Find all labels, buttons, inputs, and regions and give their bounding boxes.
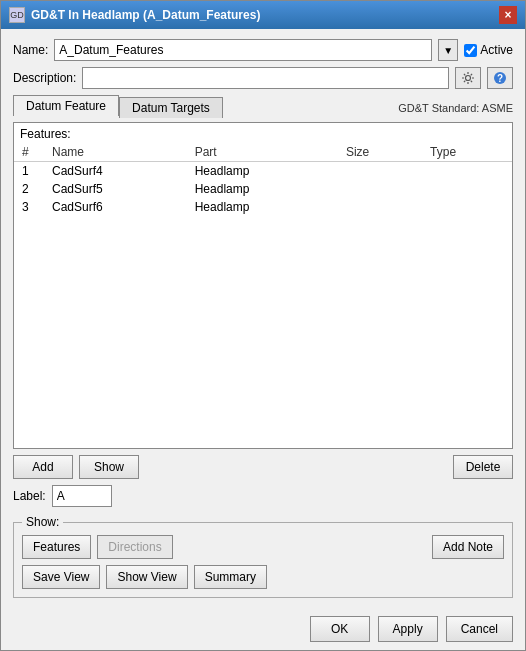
save-view-button[interactable]: Save View (22, 565, 100, 589)
svg-text:?: ? (497, 73, 503, 84)
cell-num: 1 (14, 162, 44, 181)
name-label: Name: (13, 43, 48, 57)
add-note-button[interactable]: Add Note (432, 535, 504, 559)
features-section: Features: # Name Part Size Type 1CadSurf… (13, 122, 513, 449)
gdt-standard-label: GD&T Standard: ASME (398, 102, 513, 116)
features-label: Features: (14, 123, 512, 143)
description-row: Description: ? (13, 67, 513, 89)
col-num: # (14, 143, 44, 162)
title-bar: GD GD&T In Headlamp (A_Datum_Features) × (1, 1, 525, 29)
show-feature-button[interactable]: Show (79, 455, 139, 479)
footer-row: OK Apply Cancel (1, 608, 525, 650)
features-table-container: # Name Part Size Type 1CadSurf4Headlamp2… (14, 143, 512, 448)
tab-datum-targets[interactable]: Datum Targets (119, 97, 223, 118)
col-name: Name (44, 143, 187, 162)
cell-name: CadSurf5 (44, 180, 187, 198)
cell-part: Headlamp (187, 162, 338, 181)
description-input[interactable] (82, 67, 449, 89)
show-group: Show: Features Directions Add Note Save … (13, 515, 513, 598)
cell-size (338, 198, 422, 216)
window-icon: GD (9, 7, 25, 23)
name-dropdown-btn[interactable]: ▼ (438, 39, 458, 61)
summary-button[interactable]: Summary (194, 565, 267, 589)
cancel-button[interactable]: Cancel (446, 616, 513, 642)
directions-button[interactable]: Directions (97, 535, 172, 559)
col-part: Part (187, 143, 338, 162)
show-buttons-row1: Features Directions Add Note (22, 535, 504, 559)
col-size: Size (338, 143, 422, 162)
table-row[interactable]: 2CadSurf5Headlamp (14, 180, 512, 198)
label-row: Label: (13, 485, 513, 507)
table-row[interactable]: 3CadSurf6Headlamp (14, 198, 512, 216)
cell-part: Headlamp (187, 198, 338, 216)
col-type: Type (422, 143, 512, 162)
show-buttons-row2: Save View Show View Summary (22, 565, 504, 589)
features-table: # Name Part Size Type 1CadSurf4Headlamp2… (14, 143, 512, 216)
label-label: Label: (13, 489, 46, 503)
cell-type (422, 162, 512, 181)
window-title: GD&T In Headlamp (A_Datum_Features) (31, 8, 260, 22)
add-show-delete-row: Add Show Delete (13, 455, 513, 479)
add-button[interactable]: Add (13, 455, 73, 479)
name-input[interactable] (54, 39, 432, 61)
dialog-content: Name: ▼ Active Description: ? (1, 29, 525, 608)
ok-button[interactable]: OK (310, 616, 370, 642)
help-icon: ? (493, 71, 507, 85)
active-checkbox[interactable] (464, 44, 477, 57)
cell-num: 2 (14, 180, 44, 198)
settings-icon (461, 71, 475, 85)
cell-name: CadSurf6 (44, 198, 187, 216)
apply-button[interactable]: Apply (378, 616, 438, 642)
description-label: Description: (13, 71, 76, 85)
show-legend: Show: (22, 515, 63, 529)
close-button[interactable]: × (499, 6, 517, 24)
help-icon-btn[interactable]: ? (487, 67, 513, 89)
cell-part: Headlamp (187, 180, 338, 198)
cell-type (422, 198, 512, 216)
svg-point-0 (466, 76, 471, 81)
tab-datum-feature[interactable]: Datum Feature (13, 95, 119, 116)
show-view-button[interactable]: Show View (106, 565, 187, 589)
delete-button[interactable]: Delete (453, 455, 513, 479)
name-row: Name: ▼ Active (13, 39, 513, 61)
title-bar-left: GD GD&T In Headlamp (A_Datum_Features) (9, 7, 260, 23)
tabs-row: Datum Feature Datum Targets GD&T Standar… (13, 95, 513, 116)
cell-num: 3 (14, 198, 44, 216)
table-row[interactable]: 1CadSurf4Headlamp (14, 162, 512, 181)
cell-size (338, 180, 422, 198)
active-label: Active (480, 43, 513, 57)
tabs-container: Datum Feature Datum Targets (13, 95, 223, 116)
label-input[interactable] (52, 485, 112, 507)
cell-type (422, 180, 512, 198)
main-window: GD GD&T In Headlamp (A_Datum_Features) ×… (0, 0, 526, 651)
cell-size (338, 162, 422, 181)
active-checkbox-label: Active (464, 43, 513, 57)
features-show-button[interactable]: Features (22, 535, 91, 559)
settings-icon-btn[interactable] (455, 67, 481, 89)
cell-name: CadSurf4 (44, 162, 187, 181)
